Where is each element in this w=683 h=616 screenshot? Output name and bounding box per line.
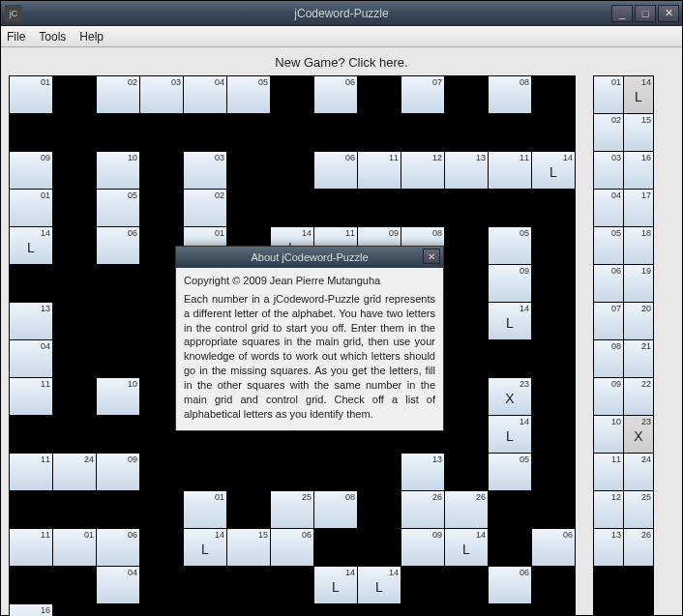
control-cell[interactable]: 24 bbox=[624, 454, 653, 490]
grid-cell[interactable]: 09 bbox=[10, 152, 52, 189]
black-cell bbox=[53, 567, 96, 603]
grid-cell[interactable]: 11 bbox=[10, 378, 52, 415]
grid-cell[interactable]: 08 bbox=[314, 491, 357, 528]
black-cell bbox=[314, 529, 357, 566]
control-cell[interactable]: 26 bbox=[624, 529, 653, 566]
control-cell[interactable]: 11 bbox=[594, 454, 623, 490]
grid-cell[interactable]: 06 bbox=[314, 76, 357, 113]
grid-cell[interactable]: 13 bbox=[401, 454, 444, 490]
grid-cell[interactable]: 09 bbox=[97, 454, 139, 490]
grid-cell[interactable]: 05 bbox=[489, 454, 531, 490]
grid-cell[interactable]: 06 bbox=[97, 529, 139, 566]
control-cell[interactable]: 05 bbox=[594, 227, 623, 264]
grid-cell[interactable]: 23X bbox=[489, 378, 531, 415]
control-cell[interactable]: 03 bbox=[594, 152, 623, 189]
control-cell[interactable]: 16 bbox=[624, 152, 653, 189]
grid-cell[interactable]: 13 bbox=[445, 152, 488, 189]
grid-cell[interactable]: 09 bbox=[401, 529, 444, 566]
grid-cell[interactable]: 06 bbox=[97, 227, 139, 264]
grid-cell[interactable]: 16 bbox=[10, 604, 52, 616]
black-cell bbox=[445, 567, 488, 603]
grid-cell[interactable]: 01 bbox=[53, 529, 96, 566]
grid-cell[interactable]: 12 bbox=[401, 152, 444, 189]
grid-cell[interactable]: 26 bbox=[445, 491, 488, 528]
control-cell[interactable]: 15 bbox=[624, 114, 653, 151]
grid-cell[interactable]: 10 bbox=[97, 152, 139, 189]
grid-cell[interactable]: 06 bbox=[314, 152, 357, 189]
close-button[interactable]: ✕ bbox=[658, 5, 679, 22]
grid-cell[interactable]: 26 bbox=[401, 491, 444, 528]
cell-number: 09 bbox=[389, 228, 399, 238]
grid-cell[interactable]: 01 bbox=[184, 491, 226, 528]
grid-cell[interactable]: 10 bbox=[97, 378, 139, 415]
grid-cell[interactable]: 14L bbox=[489, 416, 531, 453]
control-cell[interactable]: 17 bbox=[624, 190, 653, 226]
control-cell[interactable]: 21 bbox=[624, 340, 653, 377]
grid-cell[interactable]: 24 bbox=[53, 454, 96, 490]
control-cell[interactable]: 14L bbox=[624, 76, 653, 113]
grid-cell[interactable]: 02 bbox=[97, 76, 139, 113]
control-cell[interactable]: 12 bbox=[594, 491, 623, 528]
grid-cell[interactable]: 14L bbox=[445, 529, 488, 566]
grid-cell[interactable]: 14L bbox=[10, 227, 52, 264]
control-cell[interactable]: 10 bbox=[594, 416, 623, 453]
about-close-button[interactable]: ✕ bbox=[423, 249, 440, 264]
grid-cell[interactable]: 02 bbox=[184, 190, 226, 226]
black-cell bbox=[184, 567, 226, 603]
black-cell bbox=[10, 265, 52, 302]
black-cell bbox=[532, 114, 575, 151]
grid-cell[interactable]: 03 bbox=[184, 152, 226, 189]
grid-cell[interactable]: 14L bbox=[489, 303, 531, 339]
control-cell[interactable]: 22 bbox=[624, 378, 653, 415]
new-game-link[interactable]: New Game? Click here. bbox=[9, 51, 674, 75]
grid-cell[interactable]: 04 bbox=[184, 76, 226, 113]
control-cell[interactable]: 13 bbox=[594, 529, 623, 566]
control-cell[interactable]: 06 bbox=[594, 265, 623, 302]
grid-cell[interactable]: 11 bbox=[10, 529, 52, 566]
control-cell[interactable]: 01 bbox=[594, 76, 623, 113]
cell-number: 14 bbox=[520, 417, 529, 426]
grid-cell[interactable]: 05 bbox=[227, 76, 270, 113]
grid-cell[interactable]: 13 bbox=[10, 303, 52, 339]
grid-cell[interactable]: 04 bbox=[97, 567, 139, 603]
grid-cell[interactable]: 11 bbox=[489, 152, 531, 189]
grid-cell[interactable]: 14L bbox=[532, 152, 575, 189]
grid-cell[interactable]: 14L bbox=[314, 567, 357, 603]
menu-help[interactable]: Help bbox=[79, 30, 104, 44]
black-cell bbox=[532, 303, 575, 339]
grid-cell[interactable]: 15 bbox=[227, 529, 270, 566]
grid-cell[interactable]: 05 bbox=[489, 227, 531, 264]
grid-cell[interactable]: 11 bbox=[358, 152, 401, 189]
control-cell[interactable]: 04 bbox=[594, 190, 623, 226]
menu-tools[interactable]: Tools bbox=[39, 30, 66, 44]
grid-cell[interactable]: 11 bbox=[10, 454, 52, 490]
grid-cell[interactable]: 06 bbox=[532, 529, 575, 566]
grid-cell[interactable]: 01 bbox=[10, 190, 52, 226]
control-cell[interactable]: 18 bbox=[624, 227, 653, 264]
grid-cell[interactable]: 14L bbox=[184, 529, 226, 566]
control-cell[interactable]: 19 bbox=[624, 265, 653, 302]
minimize-button[interactable]: _ bbox=[611, 5, 633, 22]
black-cell bbox=[445, 76, 488, 113]
grid-cell[interactable]: 04 bbox=[10, 340, 52, 377]
control-cell[interactable]: 08 bbox=[594, 340, 623, 377]
cell-letter: L bbox=[549, 164, 557, 180]
grid-cell[interactable]: 05 bbox=[97, 190, 139, 226]
control-cell[interactable]: 20 bbox=[624, 303, 653, 339]
grid-cell[interactable]: 09 bbox=[489, 265, 531, 302]
grid-cell[interactable]: 03 bbox=[140, 76, 183, 113]
maximize-button[interactable]: □ bbox=[635, 5, 656, 22]
grid-cell[interactable]: 14L bbox=[358, 567, 401, 603]
control-cell[interactable]: 25 bbox=[624, 491, 653, 528]
grid-cell[interactable]: 01 bbox=[10, 76, 52, 113]
grid-cell[interactable]: 25 bbox=[271, 491, 313, 528]
grid-cell[interactable]: 06 bbox=[271, 529, 313, 566]
control-cell[interactable]: 09 bbox=[594, 378, 623, 415]
control-cell[interactable]: 07 bbox=[594, 303, 623, 339]
grid-cell[interactable]: 06 bbox=[489, 567, 531, 603]
menu-file[interactable]: File bbox=[7, 30, 25, 44]
grid-cell[interactable]: 07 bbox=[401, 76, 444, 113]
control-cell[interactable]: 23X bbox=[624, 416, 653, 453]
control-cell[interactable]: 02 bbox=[594, 114, 623, 151]
grid-cell[interactable]: 08 bbox=[489, 76, 531, 113]
